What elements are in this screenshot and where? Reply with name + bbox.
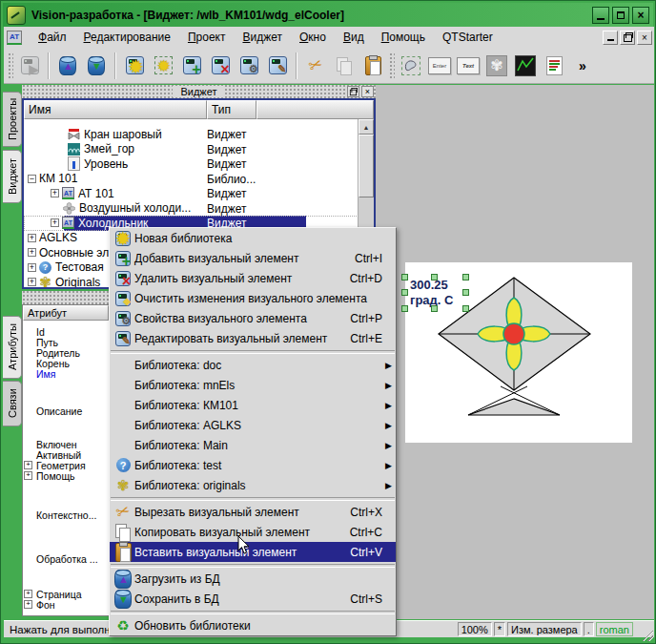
maximize-button[interactable] (612, 7, 629, 24)
toolbar-overflow-button[interactable]: » (568, 51, 597, 81)
mdi-minimize-button[interactable] (603, 31, 618, 45)
selection-handle[interactable] (401, 289, 408, 296)
add-visual-element-button[interactable]: + (177, 51, 206, 81)
context-menu-item-library-originals[interactable]: ✾Библиотека: originals▶ (110, 475, 396, 495)
cut-button[interactable]: ✂ (301, 51, 330, 81)
context-menu-item-delete-visual-element[interactable]: ×Удалить визуальный элементCtrl+D (110, 268, 396, 288)
side-tab-Виджет[interactable]: Виджет (3, 150, 22, 203)
selection-handle[interactable] (431, 274, 438, 280)
context-menu-item-new-library[interactable]: ✹Новая библиотека (110, 228, 396, 248)
cooler-widget-figure[interactable] (376, 85, 654, 619)
context-menu-item-library-AGLKS[interactable]: Библиотека: AGLKS▶ (110, 415, 396, 435)
context-menu-item-paste-visual-element[interactable]: Вставить визуальный элементCtrl+V (110, 542, 396, 562)
context-menu-item-save-to-db[interactable]: ▼Сохранить в БДCtrl+S (110, 589, 396, 609)
context-menu-item-library-KM101[interactable]: Библиотека: КМ101▶ (110, 395, 396, 415)
menu-Виджет[interactable]: Виджет (234, 29, 291, 46)
run-widget-button[interactable]: ▶ (15, 51, 44, 81)
zoom-level[interactable]: 100% (458, 622, 492, 636)
selection-handle[interactable] (401, 274, 408, 280)
dock-float-button[interactable] (347, 86, 359, 97)
widget-dock-titlebar[interactable]: Виджет × (22, 85, 376, 98)
element-diagram-button[interactable] (511, 51, 540, 81)
current-user[interactable]: roman (596, 622, 633, 636)
selection-handle[interactable] (431, 305, 438, 312)
minimize-button[interactable] (592, 7, 609, 24)
menu-Файл[interactable]: Файл (30, 29, 75, 46)
delete-visual-element-button[interactable]: × (206, 51, 235, 81)
expand-icon[interactable]: + (24, 461, 32, 469)
element-media-button[interactable]: ✾ (482, 51, 511, 81)
selection-handle[interactable] (462, 274, 469, 280)
context-menu-item-library-doc[interactable]: Библиотека: doc▶ (110, 355, 396, 375)
element-document-button[interactable] (540, 51, 568, 81)
temperature-text[interactable]: 300.25град. С (410, 278, 453, 308)
context-menu-item-clear-visual-element-changes[interactable]: ◆Очистить изменения визуального элемента (110, 288, 396, 308)
menu-Проект[interactable]: Проект (179, 29, 235, 46)
element-form-button[interactable]: Enter (425, 51, 454, 81)
mdi-close-button[interactable]: × (637, 31, 652, 45)
expand-icon[interactable]: + (51, 189, 59, 197)
mdi-restore-button[interactable] (620, 31, 635, 45)
tree-item-Кран шаровый[interactable]: Кран шаровыйВиджет (24, 127, 359, 142)
toolbar-handle[interactable] (389, 52, 395, 79)
menu-QTStarter[interactable]: QTStarter (434, 29, 502, 46)
expand-icon[interactable]: + (24, 600, 32, 609)
tree-header-name[interactable]: Имя (24, 100, 207, 119)
dock-close-button[interactable]: × (361, 86, 374, 97)
context-menu-item-edit-visual-element[interactable]: ✎Редактировать визуальный элементCtrl+E (110, 328, 396, 348)
expand-icon[interactable]: + (28, 278, 36, 286)
new-library-button[interactable]: ✹ (120, 51, 149, 81)
context-menu-item-cut-visual-element[interactable]: ✂Вырезать визуальный элементCtrl+X (110, 502, 396, 522)
context-menu-item-library-Main[interactable]: Библиотека: Main▶ (110, 435, 396, 455)
menu-Окно[interactable]: Окно (291, 29, 335, 46)
context-menu-item-library-mnEls[interactable]: Библиотека: mnEls▶ (110, 375, 396, 395)
context-menu-item-copy-visual-element[interactable]: Копировать визуальный элементCtrl+C (110, 522, 396, 542)
side-tab-Атрибуты[interactable]: Атрибуты (3, 316, 22, 379)
resize-mode[interactable]: Изм. размера (507, 622, 582, 636)
context-menu-item-refresh-libraries[interactable]: ♻Обновить библиотеки (110, 615, 396, 635)
tree-item-Уровень[interactable]: УровеньВиджет (24, 156, 359, 172)
side-tab-Проекты[interactable]: Проекты (3, 92, 22, 147)
tree-item-Змей_гор[interactable]: Змей_горВиджет (24, 142, 359, 157)
expand-icon[interactable]: + (28, 248, 36, 257)
scrollbar-thumb[interactable] (359, 135, 374, 197)
close-button[interactable]: × (632, 7, 649, 24)
selection-handle[interactable] (462, 289, 469, 296)
tree-header-type[interactable]: Тип (207, 100, 256, 119)
expand-icon[interactable]: + (28, 234, 36, 242)
side-tab-Связи[interactable]: Связи (3, 381, 22, 426)
selection-handle[interactable] (401, 305, 408, 312)
context-menu-item-load-from-db[interactable]: ▲Загрузить из БД (110, 569, 396, 589)
tree-item-КМ 101[interactable]: −КМ 101Библио... (24, 172, 359, 187)
collapse-icon[interactable]: − (28, 175, 36, 183)
copy-button[interactable] (330, 51, 359, 81)
menu-Помощь[interactable]: Помощь (373, 29, 434, 46)
expand-icon[interactable]: + (51, 218, 59, 227)
edit-canvas[interactable]: 300.25град. С (376, 85, 654, 619)
expand-icon[interactable]: + (24, 471, 32, 480)
context-menu-item-add-visual-element[interactable]: +Добавить визуальный элементCtrl+I (110, 248, 396, 268)
menu-item-shortcut: Ctrl+I (355, 252, 390, 265)
save-to-db-button[interactable]: ▼ (82, 51, 111, 81)
tree-item-АТ 101[interactable]: +ATАТ 101Виджет (24, 186, 359, 201)
title-bar[interactable]: Vision-разработка - [Виджет: /wlb_KM101/… (3, 3, 653, 27)
edit-visual-element-button[interactable]: ✎ (263, 51, 292, 81)
menu-Вид[interactable]: Вид (335, 29, 373, 46)
element-text-button[interactable]: Text (454, 51, 482, 81)
expand-icon[interactable]: + (28, 263, 36, 272)
expand-icon[interactable]: + (24, 590, 32, 598)
load-from-db-button[interactable]: ▲ (53, 51, 82, 81)
toolbar-handle[interactable] (8, 52, 13, 79)
context-menu-item-library-test[interactable]: ?Библиотека: test▶ (110, 455, 396, 475)
attribute-column-header[interactable]: Атрибут (23, 305, 109, 321)
element-figure-button[interactable] (397, 51, 425, 81)
paste-button[interactable] (359, 51, 387, 81)
menu-Редактирование[interactable]: Редактирование (75, 29, 179, 46)
tree-item-Воздушный холоди...[interactable]: Воздушный холоди...Виджет (24, 201, 359, 217)
add-library-element-button[interactable]: ✹ (149, 51, 177, 81)
scroll-up-icon[interactable]: ▲ (359, 119, 374, 135)
selection-handle[interactable] (462, 305, 469, 312)
context-menu-item-visual-element-properties[interactable]: ⚙Свойства визуального элементаCtrl+P (110, 308, 396, 328)
element-properties-button[interactable]: ⚙ (235, 51, 263, 81)
submenu-arrow-icon: ▶ (385, 421, 392, 430)
